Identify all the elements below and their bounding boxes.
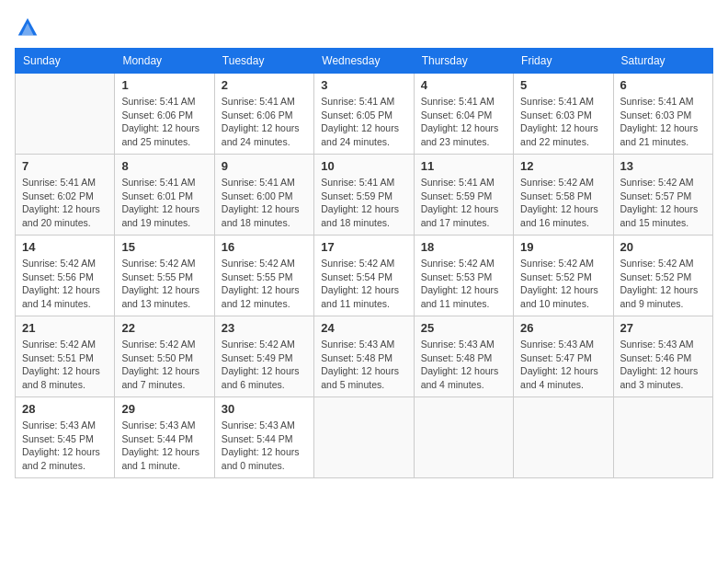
weekday-header-row: SundayMondayTuesdayWednesdayThursdayFrid… <box>16 49 713 74</box>
calendar-cell: 5Sunrise: 5:41 AMSunset: 6:03 PMDaylight… <box>514 74 613 155</box>
sunset-label: Sunset: 5:44 PM <box>222 433 293 444</box>
day-number: 26 <box>520 321 606 335</box>
day-info: Sunrise: 5:43 AMSunset: 5:48 PMDaylight:… <box>421 338 506 392</box>
day-info: Sunrise: 5:42 AMSunset: 5:57 PMDaylight:… <box>620 176 706 230</box>
daylight-label: Daylight: 12 hours <box>620 284 699 295</box>
daylight-cont-label: and 16 minutes. <box>520 217 589 228</box>
week-row-5: 28Sunrise: 5:43 AMSunset: 5:45 PMDayligh… <box>16 397 713 478</box>
calendar-cell: 3Sunrise: 5:41 AMSunset: 6:05 PMDaylight… <box>314 74 414 155</box>
sunset-label: Sunset: 6:03 PM <box>620 109 692 121</box>
daylight-label: Daylight: 12 hours <box>121 122 199 133</box>
sunrise-label: Sunrise: 5:42 AM <box>222 339 295 350</box>
sunrise-label: Sunrise: 5:41 AM <box>22 177 96 188</box>
day-info: Sunrise: 5:43 AMSunset: 5:46 PMDaylight:… <box>620 338 706 392</box>
day-number: 16 <box>222 240 307 254</box>
sunrise-label: Sunrise: 5:43 AM <box>121 419 195 431</box>
day-info: Sunrise: 5:42 AMSunset: 5:51 PMDaylight:… <box>22 338 108 392</box>
sunset-label: Sunset: 5:53 PM <box>421 271 493 282</box>
sunrise-label: Sunrise: 5:42 AM <box>121 339 195 350</box>
daylight-label: Daylight: 12 hours <box>121 365 199 376</box>
day-number: 12 <box>520 159 606 173</box>
daylight-cont-label: and 14 minutes. <box>22 298 91 309</box>
calendar-cell: 6Sunrise: 5:41 AMSunset: 6:03 PMDaylight… <box>613 74 712 155</box>
sunrise-label: Sunrise: 5:43 AM <box>22 419 96 431</box>
daylight-cont-label: and 5 minutes. <box>321 379 384 390</box>
sunset-label: Sunset: 5:55 PM <box>222 271 293 282</box>
logo <box>15 15 44 40</box>
daylight-cont-label: and 21 minutes. <box>620 136 689 147</box>
sunset-label: Sunset: 5:48 PM <box>321 352 392 363</box>
day-info: Sunrise: 5:43 AMSunset: 5:48 PMDaylight:… <box>321 338 406 392</box>
day-number: 20 <box>620 240 706 254</box>
sunset-label: Sunset: 5:59 PM <box>321 190 392 201</box>
weekday-header-saturday: Saturday <box>613 49 712 74</box>
daylight-cont-label: and 19 minutes. <box>121 217 190 228</box>
day-info: Sunrise: 5:43 AMSunset: 5:44 PMDaylight:… <box>121 419 207 473</box>
daylight-cont-label: and 0 minutes. <box>222 460 285 471</box>
daylight-label: Daylight: 12 hours <box>222 203 300 214</box>
week-row-4: 21Sunrise: 5:42 AMSunset: 5:51 PMDayligh… <box>16 316 713 397</box>
day-info: Sunrise: 5:42 AMSunset: 5:55 PMDaylight:… <box>121 257 207 311</box>
sunrise-label: Sunrise: 5:41 AM <box>321 96 394 107</box>
daylight-cont-label: and 8 minutes. <box>22 379 85 390</box>
sunrise-label: Sunrise: 5:43 AM <box>520 339 594 350</box>
day-number: 6 <box>620 78 706 92</box>
day-number: 7 <box>22 159 108 173</box>
calendar-cell: 22Sunrise: 5:42 AMSunset: 5:50 PMDayligh… <box>115 316 214 397</box>
weekday-header-sunday: Sunday <box>16 49 115 74</box>
daylight-label: Daylight: 12 hours <box>421 365 499 376</box>
sunset-label: Sunset: 6:04 PM <box>421 109 493 121</box>
daylight-label: Daylight: 12 hours <box>620 365 699 376</box>
day-info: Sunrise: 5:42 AMSunset: 5:49 PMDaylight:… <box>222 338 307 392</box>
day-number: 23 <box>222 321 307 335</box>
calendar-cell: 12Sunrise: 5:42 AMSunset: 5:58 PMDayligh… <box>514 155 613 236</box>
sunrise-label: Sunrise: 5:41 AM <box>222 96 295 107</box>
sunrise-label: Sunrise: 5:42 AM <box>321 258 394 269</box>
calendar-cell: 24Sunrise: 5:43 AMSunset: 5:48 PMDayligh… <box>314 316 414 397</box>
sunset-label: Sunset: 6:00 PM <box>222 190 293 201</box>
day-info: Sunrise: 5:42 AMSunset: 5:53 PMDaylight:… <box>421 257 506 311</box>
day-info: Sunrise: 5:43 AMSunset: 5:45 PMDaylight:… <box>22 419 108 473</box>
day-number: 8 <box>121 159 207 173</box>
day-number: 27 <box>620 321 706 335</box>
daylight-cont-label: and 4 minutes. <box>421 379 484 390</box>
calendar-cell: 30Sunrise: 5:43 AMSunset: 5:44 PMDayligh… <box>214 397 313 478</box>
calendar-cell: 27Sunrise: 5:43 AMSunset: 5:46 PMDayligh… <box>613 316 712 397</box>
daylight-label: Daylight: 12 hours <box>421 203 499 214</box>
sunset-label: Sunset: 5:58 PM <box>520 190 592 201</box>
day-info: Sunrise: 5:43 AMSunset: 5:44 PMDaylight:… <box>222 419 307 473</box>
daylight-label: Daylight: 12 hours <box>222 284 300 295</box>
daylight-label: Daylight: 12 hours <box>22 446 100 457</box>
daylight-cont-label: and 22 minutes. <box>520 136 589 147</box>
calendar-cell: 26Sunrise: 5:43 AMSunset: 5:47 PMDayligh… <box>514 316 613 397</box>
sunrise-label: Sunrise: 5:42 AM <box>620 258 694 269</box>
day-info: Sunrise: 5:42 AMSunset: 5:50 PMDaylight:… <box>121 338 207 392</box>
daylight-label: Daylight: 12 hours <box>321 203 399 214</box>
daylight-cont-label: and 11 minutes. <box>421 298 490 309</box>
day-info: Sunrise: 5:41 AMSunset: 6:03 PMDaylight:… <box>520 95 606 149</box>
sunrise-label: Sunrise: 5:42 AM <box>520 258 594 269</box>
week-row-1: 1Sunrise: 5:41 AMSunset: 6:06 PMDaylight… <box>16 74 713 155</box>
day-info: Sunrise: 5:41 AMSunset: 5:59 PMDaylight:… <box>421 176 506 230</box>
weekday-header-friday: Friday <box>514 49 613 74</box>
daylight-label: Daylight: 12 hours <box>222 365 300 376</box>
daylight-cont-label: and 15 minutes. <box>620 217 689 228</box>
calendar-cell: 11Sunrise: 5:41 AMSunset: 5:59 PMDayligh… <box>414 155 513 236</box>
day-number: 30 <box>222 402 307 416</box>
day-number: 17 <box>321 240 406 254</box>
day-number: 5 <box>520 78 606 92</box>
daylight-cont-label: and 13 minutes. <box>121 298 190 309</box>
calendar-cell: 8Sunrise: 5:41 AMSunset: 6:01 PMDaylight… <box>115 155 214 236</box>
sunrise-label: Sunrise: 5:41 AM <box>222 177 295 188</box>
calendar-cell <box>314 397 414 478</box>
sunrise-label: Sunrise: 5:41 AM <box>620 96 694 107</box>
day-number: 3 <box>321 78 406 92</box>
day-number: 22 <box>121 321 207 335</box>
day-number: 2 <box>222 78 307 92</box>
day-info: Sunrise: 5:41 AMSunset: 6:06 PMDaylight:… <box>121 95 207 149</box>
day-info: Sunrise: 5:41 AMSunset: 6:00 PMDaylight:… <box>222 176 307 230</box>
sunrise-label: Sunrise: 5:42 AM <box>22 258 96 269</box>
day-info: Sunrise: 5:41 AMSunset: 6:03 PMDaylight:… <box>620 95 706 149</box>
day-number: 18 <box>421 240 506 254</box>
calendar-cell <box>16 74 115 155</box>
